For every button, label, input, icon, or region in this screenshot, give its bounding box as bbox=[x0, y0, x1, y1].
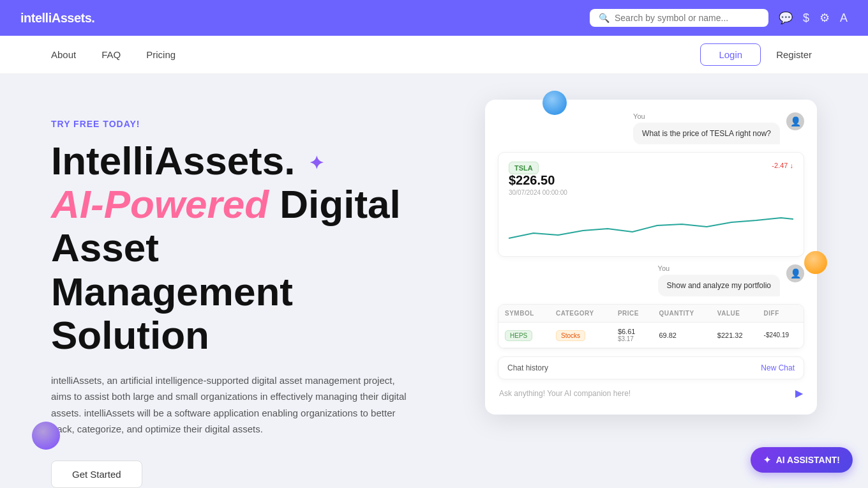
cell-category: Stocks bbox=[550, 323, 611, 348]
chat-label-1: You bbox=[633, 112, 780, 120]
orange-bubble-decor bbox=[804, 251, 827, 274]
chat-bubble-1: You What is the price of TESLA right now… bbox=[633, 112, 780, 144]
settings-icon[interactable]: ⚙ bbox=[819, 11, 830, 25]
sparkle-icon: ✦ bbox=[309, 154, 324, 174]
stock-change: -2.47 ↓ bbox=[772, 162, 793, 169]
stock-date: 30/07/2024 00:00:00 bbox=[509, 189, 567, 196]
blue-circle-decor bbox=[542, 91, 567, 115]
stock-chart bbox=[509, 206, 793, 245]
cell-symbol: HEPS bbox=[498, 323, 550, 348]
col-diff: DIFF bbox=[758, 305, 804, 323]
hero-description: intelliAssets, an artificial intelligenc… bbox=[51, 372, 408, 438]
new-chat-label[interactable]: New Chat bbox=[761, 363, 795, 372]
dollar-icon[interactable]: $ bbox=[803, 11, 809, 25]
chat-input-placeholder: Ask anything! Your AI companion here! bbox=[499, 389, 631, 398]
stock-card: TSLA $226.50 30/07/2024 00:00:00 -2.47 ↓ bbox=[498, 152, 804, 257]
avatar-2: 👤 bbox=[786, 264, 804, 282]
stock-header: TSLA $226.50 30/07/2024 00:00:00 -2.47 ↓ bbox=[509, 162, 793, 196]
login-button[interactable]: Login bbox=[700, 43, 761, 66]
hero-title: IntelliAssets. ✦ AI-Powered Digital Asse… bbox=[51, 139, 408, 357]
hero-section: TRY FREE TODAY! IntelliAssets. ✦ AI-Powe… bbox=[0, 74, 868, 488]
hero-title-solution: Solution bbox=[51, 313, 209, 357]
search-container: 🔍 bbox=[590, 9, 768, 27]
notification-icon[interactable]: 💬 bbox=[779, 11, 793, 25]
second-navbar: About FAQ Pricing Login Register bbox=[0, 36, 868, 74]
hero-title-rest: Asset bbox=[51, 225, 159, 270]
avatar-1: 👤 bbox=[786, 112, 804, 130]
chat-history-section: Chat history New Chat Ask anything! Your… bbox=[498, 356, 804, 402]
category-tag: Stocks bbox=[556, 330, 585, 341]
nav-pricing[interactable]: Pricing bbox=[146, 49, 176, 60]
hero-title-part1: IntelliAssets. bbox=[51, 139, 295, 183]
nav-actions: Login Register bbox=[700, 43, 817, 66]
cell-quantity: 69.82 bbox=[652, 323, 710, 348]
send-icon[interactable]: ▶ bbox=[795, 387, 803, 399]
register-button[interactable]: Register bbox=[771, 44, 817, 65]
ai-assistant-label: AI ASSISTANT! bbox=[776, 455, 840, 465]
col-value: VALUE bbox=[711, 305, 758, 323]
language-icon[interactable]: A bbox=[840, 11, 848, 25]
stock-left: TSLA $226.50 30/07/2024 00:00:00 bbox=[509, 162, 567, 196]
stock-symbol-tag: TSLA bbox=[509, 162, 539, 174]
top-navbar: intelliAssets. 🔍 💬 $ ⚙ A bbox=[0, 0, 868, 36]
search-input[interactable] bbox=[615, 13, 760, 23]
portfolio-table-card: SYMBOL CATEGORY PRICE QUANTITY VALUE DIF… bbox=[498, 304, 804, 349]
ai-sparkle-icon: ✦ bbox=[763, 455, 771, 465]
hero-title-digital: Digital bbox=[280, 182, 400, 226]
chat-input-row: Ask anything! Your AI companion here! ▶ bbox=[498, 385, 804, 402]
top-navbar-right: 🔍 💬 $ ⚙ A bbox=[590, 9, 848, 27]
chat-message-2: Show and analyze my portfolio bbox=[658, 275, 780, 296]
nav-faq[interactable]: FAQ bbox=[101, 49, 121, 60]
chat-bubble-2: You Show and analyze my portfolio bbox=[658, 264, 780, 296]
get-started-button[interactable]: Get Started bbox=[51, 461, 142, 488]
chat-label-2: You bbox=[658, 264, 780, 272]
chat-history-label: Chat history bbox=[507, 363, 548, 372]
symbol-tag: HEPS bbox=[505, 330, 532, 341]
col-symbol: SYMBOL bbox=[498, 305, 550, 323]
stock-price: $226.50 bbox=[509, 173, 567, 188]
col-price: PRICE bbox=[611, 305, 653, 323]
chat-row-2: You Show and analyze my portfolio 👤 bbox=[498, 264, 804, 296]
hero-title-mgmt: Management bbox=[51, 270, 293, 314]
search-icon: 🔍 bbox=[599, 13, 610, 23]
cell-price: $6.61 $3.17 bbox=[611, 323, 653, 348]
portfolio-table: SYMBOL CATEGORY PRICE QUANTITY VALUE DIF… bbox=[498, 305, 804, 348]
hero-mockup: You What is the price of TESLA right now… bbox=[485, 100, 817, 415]
purple-bubble-decor bbox=[32, 422, 60, 450]
app-logo: intelliAssets. bbox=[20, 11, 94, 26]
hero-title-ai: AI-Powered bbox=[51, 182, 269, 226]
chat-history-bar: Chat history New Chat bbox=[498, 356, 804, 379]
hero-left: TRY FREE TODAY! IntelliAssets. ✦ AI-Powe… bbox=[51, 106, 408, 488]
table-row: HEPS Stocks $6.61 $3.17 69.82 $221.32 -$… bbox=[498, 323, 804, 348]
nav-links: About FAQ Pricing bbox=[51, 49, 176, 60]
cell-value: $221.32 bbox=[711, 323, 758, 348]
ai-assistant-button[interactable]: ✦ AI ASSISTANT! bbox=[751, 447, 853, 473]
col-category: CATEGORY bbox=[550, 305, 611, 323]
chat-message-1: What is the price of TESLA right now? bbox=[633, 123, 780, 144]
chat-row-1: You What is the price of TESLA right now… bbox=[498, 112, 804, 144]
hero-badge: TRY FREE TODAY! bbox=[51, 119, 408, 129]
cell-diff: -$240.19 bbox=[758, 323, 804, 348]
nav-about[interactable]: About bbox=[51, 49, 76, 60]
col-quantity: QUANTITY bbox=[652, 305, 710, 323]
